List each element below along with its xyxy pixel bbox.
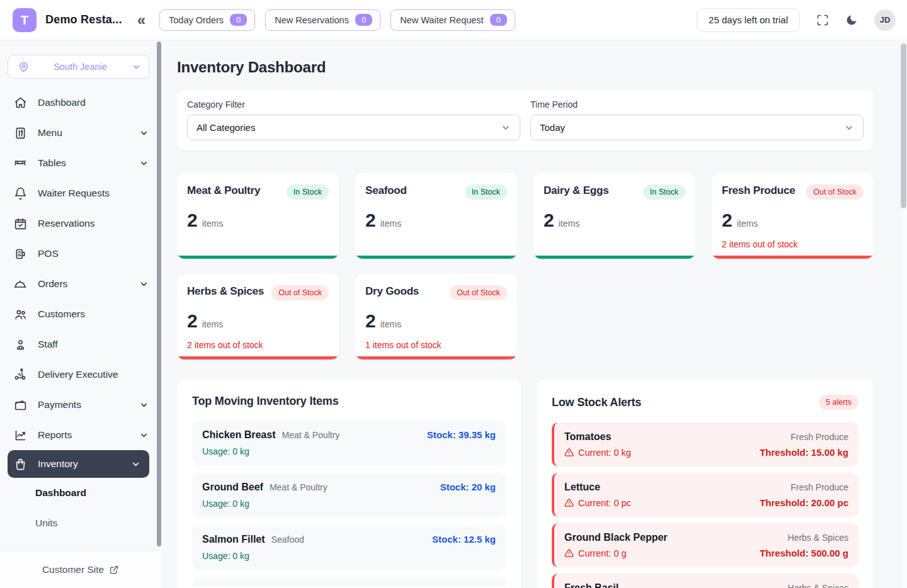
item-category: Seafood: [271, 534, 304, 545]
time-period-select[interactable]: Today: [530, 115, 864, 140]
item-stock: Stock: 12.5 kg: [432, 534, 496, 545]
delivery-scooter-icon: [13, 368, 28, 382]
category-name: Fresh Produce: [722, 184, 795, 197]
sidebar-item-dashboard[interactable]: Dashboard: [0, 88, 161, 118]
status-badge: Out of Stock: [450, 285, 507, 300]
sidebar-item-orders[interactable]: Orders: [0, 269, 161, 299]
bell-icon: [13, 187, 28, 200]
category-card-meat-poultry: Meat & PoultryIn Stock 2items: [177, 173, 339, 259]
new-reservations-button[interactable]: New Reservations 0: [265, 9, 380, 31]
sidebar-item-staff[interactable]: Staff: [0, 329, 161, 359]
alert-row: Lettuce Fresh Produce Current: 0 pc Thre…: [552, 473, 859, 517]
sidebar-item-payments[interactable]: Payments: [0, 390, 161, 420]
filters-card: Category Filter All Categories Time Peri…: [177, 90, 874, 150]
alert-threshold: Threshold: 500.00 g: [760, 548, 848, 558]
sidebar-item-customers[interactable]: Customers: [0, 299, 161, 329]
out-of-stock-note: 2 items out of stock: [722, 239, 864, 249]
sidebar-item-reports[interactable]: Reports: [0, 420, 161, 450]
item-category: Meat & Poultry: [282, 430, 340, 440]
app-logo: T: [13, 8, 37, 32]
stock-status-bar: [533, 256, 695, 259]
category-card-seafood: SeafoodIn Stock 2items: [355, 173, 517, 259]
sidebar-item-inventory[interactable]: Inventory: [8, 450, 149, 478]
category-unit: items: [559, 218, 579, 229]
stock-status-bar: [177, 356, 339, 359]
chevron-down-icon: [131, 460, 140, 469]
sidebar-item-label: Menu: [38, 127, 139, 139]
alerts-count-badge: 5 alerts: [819, 395, 859, 410]
chevron-down-icon: [139, 280, 149, 289]
alert-item-name: Lettuce: [564, 482, 600, 493]
chevron-down-icon: [132, 62, 141, 72]
main-scrollbar-thumb[interactable]: [901, 43, 906, 208]
item-usage: Usage: 0 kg: [202, 551, 496, 561]
top-moving-row: Ground Beef Meat & Poultry Stock: 20 kg …: [192, 473, 506, 517]
alert-current: Current: 0 pc: [564, 498, 631, 508]
sidebar-subitem-inventory-dashboard[interactable]: Dashboard: [0, 478, 161, 508]
trial-status-button[interactable]: 25 days left on trial: [697, 8, 800, 32]
category-filter-group: Category Filter All Categories: [187, 99, 520, 140]
sidebar-item-pos[interactable]: POS: [0, 239, 161, 269]
fullscreen-icon[interactable]: [816, 14, 829, 26]
new-reservations-label: New Reservations: [275, 15, 349, 25]
sidebar-subitem-inventory-units[interactable]: Units: [0, 508, 161, 538]
sidebar-item-waiter-requests[interactable]: Waiter Requests: [0, 178, 161, 208]
customer-site-link[interactable]: Customer Site: [0, 550, 161, 588]
table-icon: [13, 156, 28, 170]
warning-icon: [564, 448, 574, 457]
category-unit: items: [202, 319, 223, 329]
app-header: T Demo Resta... « Today Orders 0 New Res…: [0, 0, 907, 40]
sidebar-item-delivery-executive[interactable]: Delivery Executive: [0, 359, 161, 390]
sidebar-item-label: Dashboard: [38, 97, 149, 108]
category-unit: items: [380, 319, 401, 329]
stock-status-bar: [355, 256, 517, 259]
warning-icon: [564, 548, 574, 558]
top-moving-title: Top Moving Inventory Items: [192, 395, 338, 408]
alert-row: Ground Black Pepper Herbs & Spices Curre…: [552, 523, 859, 567]
category-unit: items: [737, 218, 758, 229]
sidebar-item-label: Reservations: [38, 218, 149, 229]
today-orders-button[interactable]: Today Orders 0: [159, 9, 255, 31]
sidebar-scrollbar[interactable]: [157, 42, 161, 546]
alert-item-name: Ground Black Pepper: [564, 532, 668, 543]
out-of-stock-note: 2 items out of stock: [187, 340, 329, 350]
calendar-check-icon: [13, 217, 28, 230]
alert-item-category: Fresh Produce: [790, 482, 848, 492]
sidebar-item-tables[interactable]: Tables: [0, 148, 161, 178]
collapse-sidebar-icon[interactable]: «: [137, 13, 145, 28]
today-orders-count-badge: 0: [230, 14, 247, 26]
location-pin-icon: [18, 62, 29, 72]
top-moving-row: Salmon Fillet Seafood Stock: 12.5 kg Usa…: [192, 525, 506, 570]
sidebar-item-menu[interactable]: Menu: [0, 118, 161, 148]
sidebar-item-reservations[interactable]: Reservations: [0, 208, 161, 239]
category-filter-label: Category Filter: [187, 99, 520, 110]
dark-mode-toggle-icon[interactable]: [845, 14, 858, 26]
status-badge: Out of Stock: [806, 184, 864, 200]
page-title: Inventory Dashboard: [177, 59, 874, 76]
alert-row: Tomatoes Fresh Produce Current: 0 kg Thr…: [552, 422, 859, 466]
main-content: Inventory Dashboard Category Filter All …: [161, 40, 907, 588]
category-name: Dairy & Eggs: [544, 184, 608, 197]
top-moving-panel: Top Moving Inventory Items Chicken Breas…: [177, 380, 521, 588]
category-cards-grid: Meat & PoultryIn Stock 2items SeafoodIn …: [177, 173, 874, 359]
category-unit: items: [380, 218, 401, 229]
status-badge: In Stock: [287, 184, 329, 200]
category-filter-select[interactable]: All Categories: [187, 115, 520, 140]
category-count: 2: [365, 210, 376, 231]
new-waiter-request-button[interactable]: New Waiter Request 0: [391, 9, 515, 31]
user-avatar[interactable]: JD: [874, 9, 896, 31]
sidebar-item-label: POS: [38, 248, 149, 259]
item-name: Salmon Fillet: [202, 534, 265, 545]
status-badge: Out of Stock: [271, 285, 329, 300]
item-stock: Stock: 39.35 kg: [427, 429, 496, 440]
location-selector[interactable]: South Jeanie: [8, 55, 149, 79]
category-count: 2: [187, 210, 198, 231]
home-icon: [13, 96, 28, 110]
sidebar-item-label: Waiter Requests: [38, 188, 149, 199]
pos-terminal-icon: [13, 247, 28, 261]
chevron-down-icon: [139, 159, 149, 168]
location-label: South Jeanie: [29, 62, 132, 72]
main-scrollbar-track[interactable]: [899, 40, 907, 588]
stock-status-bar: [177, 256, 339, 259]
app-title: Demo Resta...: [45, 13, 122, 26]
